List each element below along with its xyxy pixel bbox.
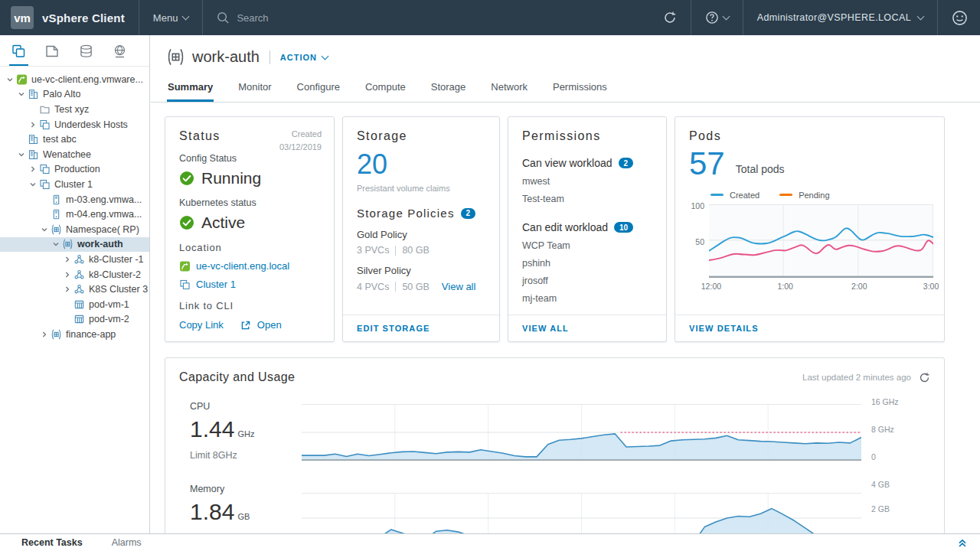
page-title: work-auth (192, 48, 260, 66)
location-label: Location (179, 242, 320, 253)
divider (743, 0, 743, 35)
pod-icon (74, 314, 85, 324)
legend-created: Created (710, 191, 760, 200)
top-navbar: vm vSphere Client Menu Search Administra… (0, 0, 980, 35)
tab-bar: SummaryMonitorConfigureComputeStorageNet… (151, 77, 980, 103)
tree-item-test-abc[interactable]: test abc (0, 132, 149, 147)
actions-dropdown[interactable]: ACTION (280, 53, 328, 62)
created-info: Created 03/12/2019 (279, 128, 322, 154)
refresh-icon (663, 11, 677, 24)
chevron-down-icon (722, 13, 730, 21)
tree-item-wenatchee[interactable]: Wenatchee (0, 147, 149, 162)
menu-button[interactable]: Menu (153, 12, 189, 24)
tree-item-label: K8S Cluster 3 (89, 284, 148, 295)
copy-link-button[interactable]: Copy Link (179, 319, 224, 331)
tree-item-label: m-03.eng.vmwa... (66, 194, 142, 205)
chevron-right-icon[interactable] (62, 254, 73, 265)
tab-monitor[interactable]: Monitor (237, 77, 272, 102)
expander-spacer (39, 194, 50, 205)
divider (937, 0, 938, 35)
pods-legend: Created Pending (710, 191, 933, 200)
user-menu[interactable]: Administrator@VSPHERE.LOCAL (757, 12, 923, 23)
smiley-icon (952, 10, 968, 26)
cli-label: Link to CLI (179, 300, 320, 311)
tab-storage[interactable]: Storage (430, 77, 467, 102)
tree-item-m-03-eng-vmwa[interactable]: m-03.eng.vmwa... (0, 192, 149, 207)
storage-icon (78, 44, 94, 59)
pending-swatch (779, 194, 792, 196)
recent-tasks-tab[interactable]: Recent Tasks (21, 537, 83, 548)
search-icon (217, 11, 230, 24)
tree-item-pod-vm-1[interactable]: pod-vm-1 (0, 297, 149, 312)
alarms-tab[interactable]: Alarms (112, 537, 142, 548)
chevron-right-icon[interactable] (28, 119, 38, 130)
can-edit-section: Can edit workload 10 (522, 221, 652, 233)
tab-permissions[interactable]: Permissions (552, 77, 608, 102)
search-placeholder: Search (237, 12, 268, 24)
vcenter-link[interactable]: ue-vc-client.eng.local (196, 260, 289, 272)
object-header: work-auth ACTION (166, 48, 980, 66)
chevron-down-icon[interactable] (16, 149, 27, 160)
tree-item-label: Production (54, 164, 100, 174)
tree-item-test-xyz[interactable]: Test xyz (0, 102, 149, 117)
chevron-right-icon[interactable] (39, 329, 50, 340)
tab-configure[interactable]: Configure (296, 77, 341, 102)
chevron-right-icon[interactable] (28, 164, 38, 174)
tree-item-production[interactable]: Production (0, 162, 149, 178)
tree-item-k8-cluster-1[interactable]: k8-Cluster -1 (0, 252, 149, 267)
tree-item-namespace-rp[interactable]: Namespace( RP) (0, 222, 149, 237)
tree-item-k8-cluster-2[interactable]: k8-Cluster-2 (0, 267, 149, 282)
host-icon (51, 209, 62, 220)
tree-item-label: finance-app (66, 329, 116, 340)
tab-summary[interactable]: Summary (167, 77, 214, 102)
help-icon (705, 11, 719, 24)
refresh-icon[interactable] (919, 372, 930, 383)
chevron-down-icon[interactable] (16, 89, 27, 99)
vms-and-templates-icon (44, 44, 60, 59)
tree-item-palo-alto[interactable]: Palo Alto (0, 87, 149, 103)
tree-item-label: pod-vm-1 (89, 299, 129, 310)
cpu-y-axis: 16 GHz 8 GHz 0 (861, 401, 930, 461)
tree-item-m-04-eng-vmwa[interactable]: m-04.eng.vmwa... (0, 207, 149, 222)
tree-item-pod-vm-2[interactable]: pod-vm-2 (0, 312, 149, 328)
menu-label: Menu (153, 12, 178, 24)
expand-panel-button[interactable] (957, 537, 968, 548)
view-all-policies-link[interactable]: View all (442, 281, 476, 292)
chevron-right-icon[interactable] (62, 269, 73, 280)
inventory-tab-vms-and-templates[interactable] (43, 40, 61, 66)
view-details-button[interactable]: VIEW DETAILS (689, 324, 759, 333)
kubernetes-status-label: Kubernetes status (179, 197, 320, 208)
help-menu-button[interactable] (705, 11, 729, 24)
tree-item-work-auth[interactable]: work-auth (0, 237, 149, 253)
inventory-tab-storage[interactable] (77, 40, 96, 66)
tab-compute[interactable]: Compute (364, 77, 407, 102)
global-search-input[interactable]: Search (217, 11, 268, 24)
memory-label: Memory (190, 484, 302, 494)
refresh-button[interactable] (663, 11, 677, 24)
location-cluster-row: Cluster 1 (179, 279, 320, 290)
inventory-tab-hosts-and-clusters[interactable] (9, 40, 28, 66)
tree-item-finance-app[interactable]: finance-app (0, 327, 149, 342)
main-content: work-auth ACTION SummaryMonitorConfigure… (151, 35, 980, 533)
edit-storage-button[interactable]: EDIT STORAGE (357, 324, 430, 333)
view-all-permissions-button[interactable]: VIEW ALL (522, 324, 569, 333)
product-title: vSphere Client (42, 11, 125, 24)
cluster-link[interactable]: Cluster 1 (196, 279, 236, 290)
chevron-down-icon[interactable] (28, 179, 38, 190)
chevron-down-icon[interactable] (39, 224, 50, 235)
open-cli-link[interactable]: Open (257, 319, 282, 331)
tree-item-k8s-cluster-3[interactable]: K8S Cluster 3 (0, 282, 149, 297)
tree-item-label: k8-Cluster-2 (89, 269, 141, 280)
expander-spacer (28, 104, 38, 115)
chevron-down-icon[interactable] (5, 74, 15, 85)
tree-item-ue-vc-client-eng-vmware[interactable]: ue-vc-client.eng.vmware... (0, 72, 149, 87)
vmware-logo[interactable]: vm (11, 6, 34, 29)
tree-item-cluster-1[interactable]: Cluster 1 (0, 177, 149, 192)
tree-item-underdesk-hosts[interactable]: Underdesk Hosts (0, 117, 149, 132)
double-chevron-up-icon (957, 537, 968, 548)
chevron-right-icon[interactable] (62, 284, 73, 295)
feedback-button[interactable] (952, 10, 968, 26)
tab-network[interactable]: Network (490, 77, 528, 102)
inventory-tab-networking[interactable] (110, 40, 129, 66)
chevron-down-icon[interactable] (51, 239, 61, 249)
